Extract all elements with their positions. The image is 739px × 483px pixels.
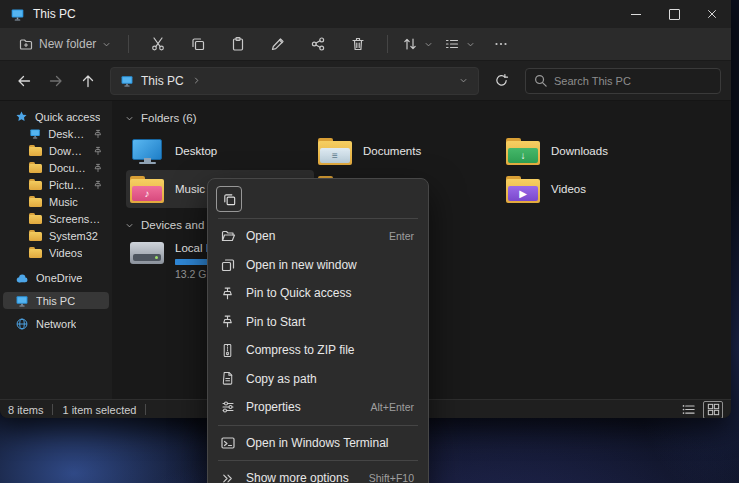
downloads-folder-icon: ↓ (506, 138, 540, 165)
address-dropdown-icon[interactable] (458, 75, 469, 86)
sidebar-item-screenshots[interactable]: Screenshots (3, 210, 109, 227)
chevron-down-icon (101, 39, 112, 50)
menu-item-copy-as-path[interactable]: Copy as path (212, 365, 424, 394)
folder-icon (29, 213, 42, 224)
new-folder-button[interactable]: New folder (12, 31, 118, 57)
sidebar-item-desktop[interactable]: Desktop (3, 125, 109, 142)
pin-icon (93, 180, 103, 190)
view-button[interactable] (440, 31, 480, 57)
copy-button[interactable] (179, 31, 217, 57)
large-icons-view-toggle[interactable] (703, 401, 723, 419)
paste-button[interactable] (219, 31, 257, 57)
sidebar-item-documents[interactable]: Documents (3, 159, 109, 176)
menu-item-label: Open (246, 229, 371, 243)
menu-item-properties[interactable]: Properties Alt+Enter (212, 393, 424, 422)
sort-button[interactable] (398, 31, 438, 57)
new-folder-label: New folder (39, 37, 96, 51)
view-icon (444, 36, 460, 52)
monitor-icon (29, 127, 41, 140)
details-view-toggle[interactable] (679, 402, 697, 418)
refresh-button[interactable] (487, 67, 515, 95)
search-input[interactable] (525, 68, 721, 94)
music-folder-icon: ♪ (130, 176, 164, 203)
close-button[interactable] (693, 0, 731, 28)
copy-icon (190, 36, 206, 52)
folder-icon (29, 230, 42, 241)
pin-icon (93, 129, 103, 139)
menu-item-open[interactable]: Open Enter (212, 222, 424, 251)
details-view-icon (681, 402, 696, 417)
folder-tile-label: Downloads (551, 145, 608, 157)
folder-tile-videos[interactable]: ▶ Videos (502, 170, 690, 208)
sidebar-item-downloads[interactable]: Downloads (3, 142, 109, 159)
up-button[interactable] (74, 67, 102, 95)
minimize-button[interactable] (617, 0, 655, 28)
minimize-icon (631, 14, 641, 15)
sidebar-item-this-pc[interactable]: This PC (3, 292, 109, 309)
menu-item-open-in-new-window[interactable]: Open in new window (212, 251, 424, 280)
menu-item-open-in-windows-terminal[interactable]: Open in Windows Terminal (212, 429, 424, 458)
status-divider (145, 404, 146, 415)
folder-tile-downloads[interactable]: ↓ Downloads (502, 132, 690, 170)
folder-tile-label: Videos (551, 183, 586, 195)
pin-icon (220, 286, 236, 301)
menu-item-label: Show more options (246, 471, 351, 483)
pin-icon (93, 163, 103, 173)
quick-actions-row (212, 183, 424, 215)
chevron-down-icon (124, 220, 135, 231)
sidebar-item-quick-access[interactable]: Quick access (3, 108, 109, 125)
chevron-down-icon (465, 39, 476, 50)
toolbar-separator (387, 35, 388, 53)
forward-arrow-icon (48, 73, 64, 89)
sidebar-item-system32[interactable]: System32 (3, 227, 109, 244)
menu-item-pin-to-quick-access[interactable]: Pin to Quick access (212, 279, 424, 308)
rename-icon (270, 36, 286, 52)
titlebar: This PC (0, 0, 731, 28)
desktop-wallpaper[interactable]: { "colors": { "accent_blue": "#2f88d8", … (0, 0, 739, 483)
delete-button[interactable] (339, 31, 377, 57)
new-window-icon (220, 257, 236, 273)
sidebar-item-label: This PC (36, 295, 75, 307)
copy-quick-action-button[interactable] (216, 186, 242, 212)
menu-item-label: Pin to Quick access (246, 286, 396, 300)
terminal-icon (220, 435, 236, 451)
sidebar-item-label: Videos (49, 247, 82, 259)
zip-icon (220, 343, 236, 358)
menu-item-label: Open in Windows Terminal (246, 436, 396, 450)
menu-item-shortcut: Shift+F10 (361, 472, 414, 483)
menu-separator (218, 218, 418, 219)
breadcrumb[interactable]: This PC (110, 67, 479, 95)
chevron-right-icon[interactable] (191, 75, 202, 86)
copy-path-icon (220, 371, 236, 386)
menu-item-shortcut: Enter (381, 230, 414, 242)
back-button[interactable] (10, 67, 38, 95)
large-icons-view-icon (706, 402, 721, 417)
item-count: 8 items (8, 404, 43, 416)
sidebar-item-label: Desktop (48, 128, 86, 140)
sidebar-item-label: System32 (49, 230, 98, 242)
folders-section-header[interactable]: Folders (6) (122, 109, 731, 127)
more-options-button[interactable] (482, 31, 520, 57)
rename-button[interactable] (259, 31, 297, 57)
sidebar-item-network[interactable]: Network (3, 315, 109, 332)
sidebar-item-label: Downloads (49, 145, 86, 157)
menu-item-pin-to-start[interactable]: Pin to Start (212, 308, 424, 337)
star-icon (15, 110, 28, 123)
sidebar-item-pictures[interactable]: Pictures (3, 176, 109, 193)
sidebar-item-videos[interactable]: Videos (3, 244, 109, 261)
close-icon (705, 7, 719, 21)
folder-tile-desktop[interactable]: Desktop (126, 132, 314, 170)
forward-button[interactable] (42, 67, 70, 95)
sidebar-item-onedrive[interactable]: OneDrive (3, 269, 109, 286)
cut-button[interactable] (139, 31, 177, 57)
share-button[interactable] (299, 31, 337, 57)
maximize-button[interactable] (655, 0, 693, 28)
sidebar-item-music[interactable]: Music (3, 193, 109, 210)
menu-item-show-more-options[interactable]: Show more options Shift+F10 (212, 464, 424, 483)
breadcrumb-root[interactable]: This PC (141, 74, 184, 88)
menu-item-compress-to-zip[interactable]: Compress to ZIP file (212, 336, 424, 365)
selection-count: 1 item selected (62, 404, 136, 416)
folder-tile-documents[interactable]: ≡ Documents (314, 132, 502, 170)
chevron-down-icon (423, 39, 434, 50)
search-box (525, 68, 721, 94)
